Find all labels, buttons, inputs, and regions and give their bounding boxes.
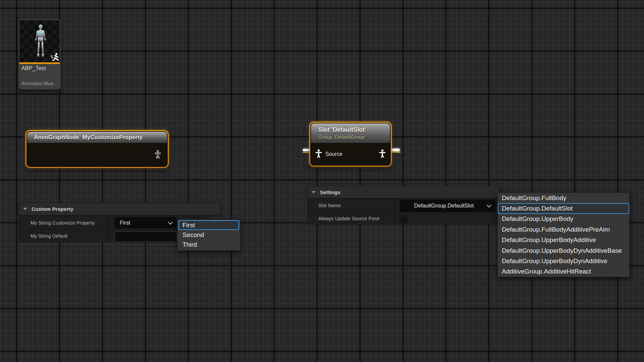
mannequin-preview-image — [32, 24, 49, 61]
string-property-dropdown-menu: FirstSecondThird — [177, 219, 240, 251]
node-header[interactable]: AnimGraphNode_MyCustomizeProperty — [27, 132, 167, 143]
dropdown-option[interactable]: DefaultGroup.UpperBodyAdditive — [498, 235, 629, 245]
running-person-icon — [50, 52, 59, 62]
pose-wire-right — [391, 148, 400, 151]
property-label: Slot Name — [318, 203, 341, 208]
asset-type-label: Animation Blue… — [21, 81, 58, 86]
settings-panel-header[interactable]: Settings — [307, 186, 500, 198]
always-update-source-pose-checkbox[interactable] — [400, 216, 408, 223]
dropdown-option[interactable]: DefaultGroup.FullBody — [498, 193, 629, 203]
collapse-arrow-icon[interactable] — [312, 191, 316, 193]
dropdown-option[interactable]: DefaultGroup.FullBodyAdditivePreAim — [498, 224, 629, 235]
dropdown-option[interactable]: Third — [178, 240, 239, 250]
source-pin-label: Source — [325, 151, 342, 157]
my-string-default-input[interactable] — [115, 232, 177, 242]
node-header[interactable]: Slot 'DefaultSlot' Group 'DefaultGroup' — [311, 123, 390, 143]
panel-header-label: Custom Property — [32, 206, 73, 212]
my-string-customize-property-combobox[interactable]: First — [115, 217, 177, 228]
combobox-value: DefaultGroup.DefaultSlot — [414, 203, 474, 209]
property-label: Always Update Source Pose — [318, 216, 379, 221]
dropdown-option[interactable]: AdditiveGroup.AdditiveHitReact — [498, 266, 629, 277]
person-pose-icon — [154, 150, 161, 159]
output-pose-pin[interactable] — [379, 149, 386, 159]
property-label: My String Default — [31, 233, 68, 239]
asset-card-abp-test[interactable]: ABP_Test Animation Blue… — [18, 19, 61, 89]
amber-wire-right — [391, 152, 400, 153]
slot-name-combobox[interactable]: DefaultGroup.DefaultSlot — [400, 200, 495, 212]
person-pose-icon — [379, 149, 386, 158]
amber-wire-left — [303, 152, 310, 153]
source-input-pose-pin[interactable] — [315, 149, 322, 159]
dropdown-option[interactable]: Second — [178, 230, 239, 240]
blueprint-graph-canvas[interactable]: { "colors": { "selection_orange": "#e893… — [0, 0, 644, 362]
node-title: AnimGraphNode_MyCustomizeProperty — [34, 134, 167, 141]
slot-name-dropdown-menu: DefaultGroup.FullBodyDefaultGroup.Defaul… — [497, 192, 630, 277]
person-pose-icon — [315, 149, 322, 158]
output-pose-pin[interactable] — [154, 150, 161, 160]
dropdown-option[interactable]: DefaultGroup.UpperBodyDynAdditiveBase — [498, 245, 629, 256]
property-label: My String Customize Property — [31, 220, 95, 226]
collapse-arrow-icon[interactable] — [23, 208, 27, 210]
column-divider[interactable] — [394, 199, 395, 224]
dropdown-option[interactable]: DefaultGroup.UpperBody — [498, 214, 629, 224]
dropdown-option[interactable]: DefaultGroup.UpperBodyDynAdditive — [498, 256, 629, 266]
node-slot-default-slot[interactable]: Slot 'DefaultSlot' Group 'DefaultGroup' … — [309, 122, 392, 167]
dropdown-option[interactable]: First — [178, 220, 239, 230]
node-subtitle: Group 'DefaultGroup' — [318, 134, 390, 140]
chevron-down-icon — [487, 203, 491, 207]
chevron-down-icon — [168, 220, 173, 224]
asset-title: ABP_Test — [21, 65, 46, 71]
node-anim-graph-custom-property[interactable]: AnimGraphNode_MyCustomizeProperty — [25, 130, 169, 168]
panel-header-label: Settings — [320, 189, 340, 195]
asset-type-color-bar — [19, 62, 60, 64]
dropdown-option[interactable]: DefaultGroup.DefaultSlot — [498, 203, 629, 214]
column-divider[interactable] — [108, 216, 109, 242]
asset-thumbnail — [19, 20, 60, 62]
node-title: Slot 'DefaultSlot' — [318, 126, 390, 133]
pose-wire-left — [303, 149, 310, 151]
custom-property-panel-header[interactable]: Custom Property — [19, 202, 221, 216]
combobox-value: First — [120, 220, 130, 226]
